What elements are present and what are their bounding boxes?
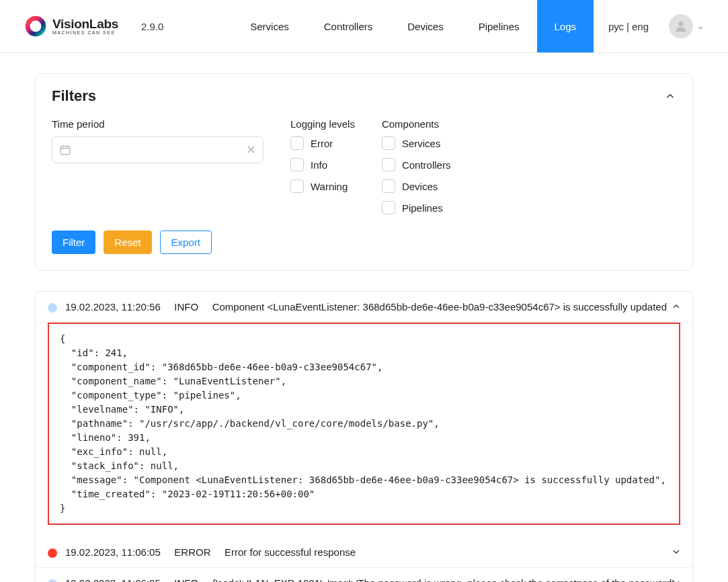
chevron-up-icon[interactable] [671, 301, 682, 312]
collapse-icon[interactable] [664, 90, 676, 102]
filters-title: Filters [52, 87, 96, 105]
reset-button[interactable]: Reset [104, 231, 151, 254]
chevron-down-icon[interactable] [671, 546, 682, 557]
user-menu[interactable]: ⌄ [663, 14, 704, 38]
filter-button[interactable]: Filter [52, 231, 95, 254]
calendar-icon [59, 144, 71, 156]
avatar-icon [669, 14, 693, 38]
log-row[interactable]: 19.02.2023, 11:06:05 INFO {'code': 'LAN_… [36, 568, 692, 582]
log-level: ERROR [174, 546, 210, 558]
chevron-down-icon: ⌄ [697, 22, 704, 31]
log-message: Component <LunaEventListener: 368d65bb-d… [212, 301, 667, 313]
lang-en[interactable]: eng [629, 21, 651, 32]
svg-rect-2 [60, 147, 70, 155]
status-dot-info [48, 303, 57, 313]
check-warning[interactable]: Warning [290, 179, 355, 193]
log-timestamp: 19.02.2023, 11:20:56 [65, 301, 161, 313]
svg-point-1 [678, 22, 683, 26]
version-label: 2.9.0 [141, 21, 163, 32]
log-row[interactable]: 19.02.2023, 11:20:56 INFO Component <Lun… [36, 292, 692, 323]
logo-icon [24, 15, 47, 38]
check-pipelines[interactable]: Pipelines [382, 201, 451, 214]
log-timestamp: 19.02.2023, 11:06:05 [65, 577, 161, 582]
nav-services[interactable]: Services [233, 0, 307, 52]
status-dot-error [48, 548, 57, 558]
logs-list: 19.02.2023, 11:20:56 INFO Component <Lun… [35, 291, 693, 582]
log-level: INFO [174, 301, 198, 313]
filters-panel: Filters Time period ✕ Logging levels Err… [35, 73, 693, 271]
log-timestamp: 19.02.2023, 11:06:05 [65, 546, 161, 558]
time-period-input[interactable]: ✕ [52, 136, 264, 163]
logo[interactable]: VisionLabs MACHINES CAN SEE [24, 15, 118, 38]
lang-ru[interactable]: рус [606, 21, 626, 32]
status-dot-info [48, 579, 57, 582]
time-period-label: Time period [52, 118, 264, 130]
check-devices[interactable]: Devices [382, 179, 451, 193]
main-nav: Services Controllers Devices Pipelines L… [233, 0, 594, 52]
brand-name: VisionLabs [52, 17, 118, 30]
logging-levels-label: Logging levels [290, 118, 355, 130]
language-switch[interactable]: рус|eng [594, 21, 663, 32]
brand-tagline: MACHINES CAN SEE [52, 30, 118, 35]
check-info[interactable]: Info [290, 158, 355, 171]
export-button[interactable]: Export [160, 231, 212, 254]
top-bar: VisionLabs MACHINES CAN SEE 2.9.0 Servic… [0, 0, 728, 53]
log-row[interactable]: 19.02.2023, 11:06:05 ERROR Error for suc… [36, 537, 692, 568]
check-controllers[interactable]: Controllers [382, 158, 451, 171]
svg-point-0 [28, 18, 44, 34]
nav-devices[interactable]: Devices [390, 0, 460, 52]
log-level: INFO [174, 577, 198, 582]
clear-icon[interactable]: ✕ [246, 142, 256, 157]
log-detail-json: { "id": 241, "component_id": "368d65bb-d… [48, 323, 680, 525]
check-services[interactable]: Services [382, 136, 451, 150]
check-error[interactable]: Error [290, 136, 355, 150]
chevron-down-icon[interactable] [671, 577, 682, 582]
nav-pipelines[interactable]: Pipelines [461, 0, 537, 52]
components-label: Components [382, 118, 451, 130]
log-message: Error for successful response [225, 546, 356, 558]
nav-logs[interactable]: Logs [537, 0, 594, 52]
nav-controllers[interactable]: Controllers [307, 0, 391, 52]
